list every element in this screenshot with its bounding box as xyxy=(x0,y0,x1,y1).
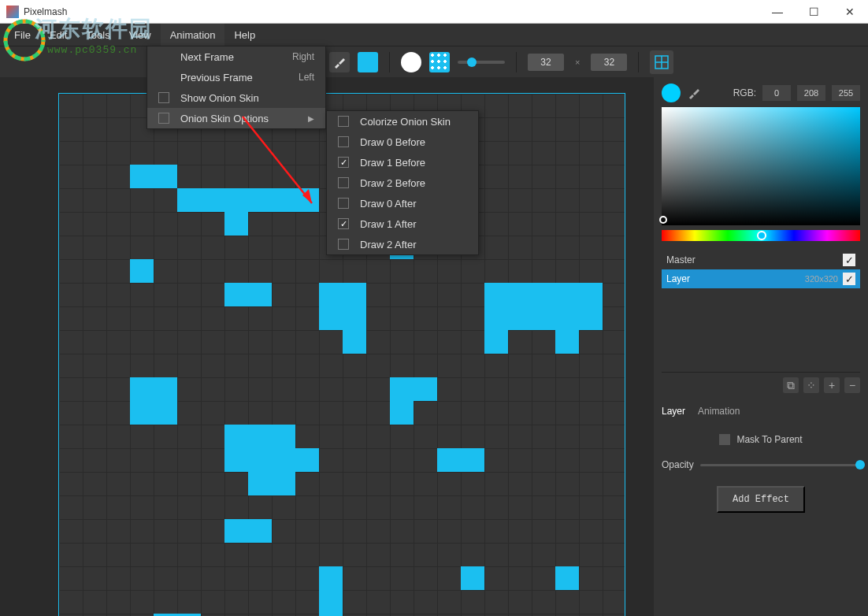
pixel[interactable] xyxy=(555,283,579,306)
pixel[interactable] xyxy=(224,519,248,543)
pixel[interactable] xyxy=(461,566,484,590)
pixel[interactable] xyxy=(508,283,532,306)
opacity-thumb[interactable] xyxy=(855,460,865,469)
rgb-r-input[interactable]: 0 xyxy=(762,85,791,101)
submenu-item[interactable]: Draw 2 After xyxy=(327,234,478,254)
hue-handle[interactable] xyxy=(757,231,766,240)
pixel[interactable] xyxy=(390,401,414,425)
pixel[interactable] xyxy=(248,188,272,212)
pixel[interactable] xyxy=(248,472,272,495)
merge-layer-icon[interactable]: ⁘ xyxy=(803,377,819,393)
pixel[interactable] xyxy=(532,283,555,306)
rgb-g-input[interactable]: 208 xyxy=(797,85,825,101)
pixel[interactable] xyxy=(295,448,319,472)
pixel[interactable] xyxy=(555,566,579,590)
menu-item-file[interactable]: File xyxy=(5,24,40,46)
pixel[interactable] xyxy=(390,377,414,401)
pixel[interactable] xyxy=(579,283,603,306)
canvas-width-input[interactable]: 32 xyxy=(528,54,564,71)
pixel[interactable] xyxy=(508,306,532,330)
layer-visible-checkbox[interactable]: ✓ xyxy=(843,273,855,285)
pixel[interactable] xyxy=(154,377,177,401)
pixel[interactable] xyxy=(177,188,201,212)
pixel[interactable] xyxy=(461,448,484,472)
shape-circle-icon[interactable] xyxy=(401,52,421,72)
tab-animation[interactable]: Animation xyxy=(698,403,740,420)
pixel[interactable] xyxy=(484,330,508,354)
pixel[interactable] xyxy=(272,188,295,212)
pixel[interactable] xyxy=(484,306,508,330)
saturation-handle[interactable] xyxy=(659,216,667,224)
layer-row-layer[interactable]: Layer 320x320 ✓ xyxy=(662,269,860,288)
pixel[interactable] xyxy=(154,165,177,188)
pixel[interactable] xyxy=(224,283,248,306)
brush-size-slider[interactable] xyxy=(458,61,505,64)
menu-item-view[interactable]: View xyxy=(120,24,161,46)
pixel[interactable] xyxy=(248,519,272,543)
pixel[interactable] xyxy=(319,566,343,590)
duplicate-layer-icon[interactable]: ⧉ xyxy=(783,377,799,393)
pixel[interactable] xyxy=(555,330,579,354)
pixel[interactable] xyxy=(343,330,366,354)
remove-layer-icon[interactable]: − xyxy=(844,377,860,393)
tab-layer[interactable]: Layer xyxy=(662,403,685,420)
minimize-button[interactable]: — xyxy=(759,0,796,24)
menu-item[interactable]: Previous FrameLeft xyxy=(147,67,325,87)
pixel[interactable] xyxy=(224,188,248,212)
pixel[interactable] xyxy=(319,306,343,330)
pixel[interactable] xyxy=(130,259,154,283)
eyedropper-icon[interactable] xyxy=(687,86,701,100)
pixel[interactable] xyxy=(484,283,508,306)
layer-row-master[interactable]: Master ✓ xyxy=(662,250,860,269)
dither-pattern-icon[interactable] xyxy=(429,52,450,72)
pixel[interactable] xyxy=(343,306,366,330)
pixel[interactable] xyxy=(414,377,437,401)
submenu-item[interactable]: Draw 0 After xyxy=(327,193,478,213)
layer-visible-checkbox[interactable]: ✓ xyxy=(843,254,855,266)
menu-item[interactable]: Show Onion Skin xyxy=(147,87,325,108)
foreground-color-swatch[interactable] xyxy=(358,52,378,72)
pixel[interactable] xyxy=(579,306,603,330)
close-button[interactable]: ✕ xyxy=(832,0,868,24)
pixel[interactable] xyxy=(248,425,272,448)
pixel[interactable] xyxy=(224,448,248,472)
menu-item[interactable]: Next FrameRight xyxy=(147,46,325,67)
pixel[interactable] xyxy=(272,448,295,472)
submenu-item[interactable]: ✓Draw 1 After xyxy=(327,213,478,234)
opacity-slider[interactable] xyxy=(700,464,860,466)
hue-slider[interactable] xyxy=(662,230,860,241)
pixel[interactable] xyxy=(154,401,177,425)
submenu-item[interactable]: ✓Draw 1 Before xyxy=(327,152,478,173)
menu-item-edit[interactable]: Edit xyxy=(40,24,76,46)
menu-item-animation[interactable]: Animation xyxy=(161,24,225,46)
pixel[interactable] xyxy=(295,188,319,212)
add-layer-icon[interactable]: + xyxy=(824,377,840,393)
pixel[interactable] xyxy=(319,590,343,614)
pixel[interactable] xyxy=(248,283,272,306)
pixel[interactable] xyxy=(272,425,295,448)
menu-item-help[interactable]: Help xyxy=(224,24,265,46)
pixel[interactable] xyxy=(224,212,248,236)
grid-toggle-icon[interactable] xyxy=(650,50,673,74)
pixel[interactable] xyxy=(224,425,248,448)
rgb-b-input[interactable]: 255 xyxy=(832,85,860,101)
submenu-item[interactable]: Draw 2 Before xyxy=(327,173,478,193)
pixel[interactable] xyxy=(130,401,154,425)
add-effect-button[interactable]: Add Effect xyxy=(717,486,805,513)
pixel[interactable] xyxy=(532,306,555,330)
submenu-item[interactable]: Draw 0 Before xyxy=(327,132,478,152)
pixel[interactable] xyxy=(319,283,343,306)
current-color-swatch[interactable] xyxy=(662,83,681,102)
brush-tool-icon[interactable] xyxy=(329,52,350,72)
pixel[interactable] xyxy=(130,377,154,401)
submenu-item[interactable]: Colorize Onion Skin xyxy=(327,111,478,132)
menu-item[interactable]: Onion Skin Options▶ xyxy=(147,108,325,128)
pixel[interactable] xyxy=(343,283,366,306)
saturation-picker[interactable] xyxy=(662,107,860,225)
pixel[interactable] xyxy=(272,472,295,495)
pixel[interactable] xyxy=(555,306,579,330)
pixel[interactable] xyxy=(248,448,272,472)
canvas-height-input[interactable]: 32 xyxy=(591,54,627,71)
menu-item-tools[interactable]: Tools xyxy=(76,24,119,46)
pixel[interactable] xyxy=(201,188,224,212)
